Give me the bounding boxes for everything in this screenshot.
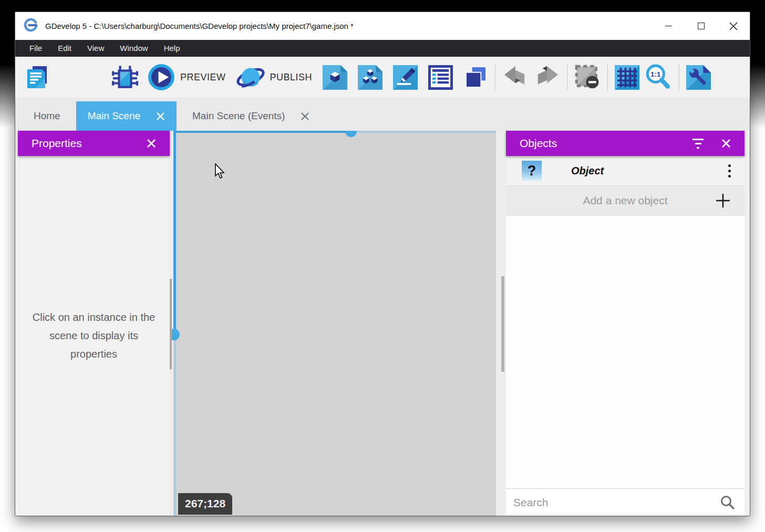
tab-home[interactable]: Home	[18, 101, 76, 131]
plus-icon[interactable]	[715, 193, 731, 208]
grid-icon[interactable]	[615, 65, 639, 90]
add-object-label: Add a new object	[583, 194, 667, 207]
object-name: Object	[571, 165, 728, 177]
tab-close-icon[interactable]	[301, 112, 309, 121]
close-panel-icon[interactable]	[147, 139, 156, 148]
objects-panel: Objects ? Object Add a new object	[506, 131, 745, 516]
cursor-coordinates-badge: 267;128	[178, 493, 232, 515]
menu-file[interactable]: File	[22, 40, 50, 57]
zoom-original-icon[interactable]: 1:1	[644, 63, 672, 91]
scene-window-border-top-light	[351, 131, 496, 133]
search-input[interactable]	[513, 496, 719, 509]
title-bar: GDevelop 5 - C:\Users\charburg\Documents…	[15, 12, 750, 40]
tab-close-icon[interactable]	[156, 112, 165, 121]
scene-window-border-left-light	[174, 336, 176, 516]
object-list-item[interactable]: ? Object	[506, 156, 745, 186]
app-window: GDevelop 5 - C:\Users\charburg\Documents…	[15, 12, 750, 516]
scene-canvas-background[interactable]	[173, 131, 496, 516]
maximize-button[interactable]	[685, 12, 717, 40]
tab-home-label: Home	[34, 110, 60, 122]
add-object-row[interactable]: Add a new object	[506, 186, 745, 216]
preview-button[interactable]: PREVIEW	[180, 72, 226, 83]
properties-empty-message: Click on an instance in the scene to dis…	[26, 308, 162, 363]
object-thumbnail-icon: ?	[522, 161, 542, 181]
minimize-button[interactable]	[652, 12, 685, 40]
tab-main-scene[interactable]: Main Scene	[76, 101, 177, 131]
maximize-icon	[698, 23, 705, 29]
properties-panel-body: Click on an instance in the scene to dis…	[18, 156, 170, 516]
scene-window-border-left	[173, 131, 176, 336]
menu-bar: File Edit View Window Help	[15, 40, 750, 57]
preview-icon[interactable]	[148, 64, 175, 91]
scene-window-border-top	[173, 131, 351, 133]
properties-panel: Properties Click on an instance in the s…	[18, 131, 170, 516]
properties-panel-title: Properties	[32, 137, 82, 150]
publish-icon[interactable]	[236, 63, 265, 91]
scene-scrollbar-left[interactable]	[170, 279, 172, 369]
close-icon	[729, 22, 738, 30]
main-area: Properties Click on an instance in the s…	[15, 131, 750, 516]
objects-editor-icon[interactable]	[323, 65, 347, 90]
object-menu-icon[interactable]	[728, 164, 731, 178]
publish-button[interactable]: PUBLISH	[270, 72, 313, 83]
svg-text:1:1: 1:1	[650, 70, 661, 78]
menu-help[interactable]: Help	[156, 40, 188, 57]
layers-icon[interactable]	[463, 65, 488, 90]
window-title: GDevelop 5 - C:\Users\charburg\Documents…	[45, 22, 652, 30]
object-groups-icon[interactable]	[358, 65, 382, 90]
menu-view[interactable]: View	[79, 40, 112, 57]
objects-panel-empty-space	[506, 216, 745, 488]
tab-main-scene-events-label: Main Scene (Events)	[192, 110, 285, 122]
events-sheet-icon[interactable]	[428, 65, 453, 90]
deselect-icon[interactable]	[574, 64, 601, 90]
scene-canvas[interactable]: 267;128	[170, 131, 506, 516]
tab-main-scene-events[interactable]: Main Scene (Events)	[177, 101, 325, 131]
search-bar	[506, 488, 745, 516]
close-button[interactable]	[717, 12, 750, 40]
project-manager-icon[interactable]	[25, 65, 50, 90]
redo-icon[interactable]	[536, 65, 560, 89]
mouse-cursor	[214, 163, 227, 180]
menu-window[interactable]: Window	[112, 40, 156, 57]
objects-panel-title: Objects	[520, 137, 557, 150]
tools-icon[interactable]	[686, 65, 711, 90]
properties-panel-header: Properties	[18, 131, 170, 156]
objects-panel-header: Objects	[506, 131, 745, 156]
menu-edit[interactable]: Edit	[50, 40, 79, 57]
scene-properties-icon[interactable]	[393, 65, 418, 90]
undo-icon[interactable]	[502, 65, 526, 89]
minimize-icon	[665, 26, 672, 26]
tab-bar: Home Main Scene Main Scene (Events)	[15, 98, 750, 131]
scene-scrollbar-right[interactable]	[501, 276, 504, 372]
search-icon[interactable]	[719, 495, 735, 510]
gdevelop-logo-icon	[24, 18, 38, 34]
toolbar: PREVIEW PUBLISH	[15, 57, 750, 98]
close-panel-icon[interactable]	[721, 139, 731, 148]
filter-icon[interactable]	[692, 139, 704, 149]
tab-main-scene-label: Main Scene	[88, 110, 140, 122]
debugger-icon[interactable]	[112, 64, 138, 90]
